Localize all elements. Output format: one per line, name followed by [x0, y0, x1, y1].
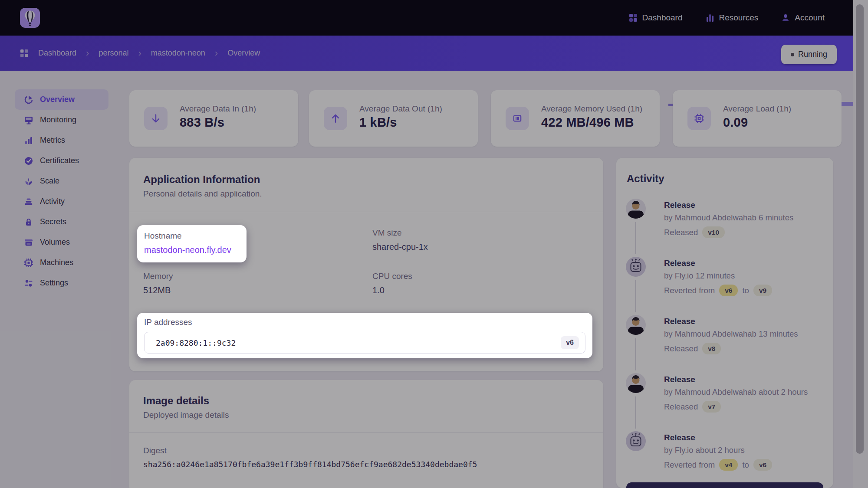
ip-version-badge: v6 — [561, 336, 579, 349]
hostname-spotlight: Hostname mastodon-neon.fly.dev — [137, 225, 247, 262]
ip-address-value: 2a09:8280:1::9c32 — [156, 338, 236, 347]
fly-dashboard-app: Dashboard Resources Account — [0, 0, 868, 488]
hostname-link[interactable]: mastodon-neon.fly.dev — [144, 245, 231, 255]
hostname-label: Hostname — [144, 231, 182, 241]
ip-addresses-label: IP addresses — [144, 318, 192, 327]
dim-overlay — [0, 0, 868, 488]
ip-addresses-spotlight: IP addresses 2a09:8280:1::9c32 v6 — [137, 313, 592, 358]
ip-address-row: 2a09:8280:1::9c32 v6 — [144, 332, 585, 354]
